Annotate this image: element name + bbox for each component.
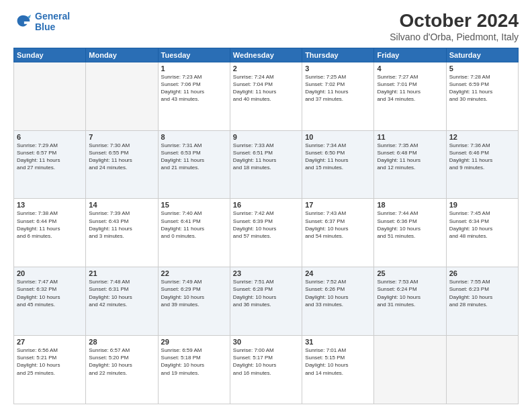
day-info: Sunrise: 7:31 AM Sunset: 6:53 PM Dayligh… (161, 142, 227, 172)
day-cell: 22Sunrise: 7:49 AM Sunset: 6:29 PM Dayli… (158, 267, 230, 336)
day-cell: 26Sunrise: 7:55 AM Sunset: 6:23 PM Dayli… (446, 267, 518, 336)
day-cell: 28Sunrise: 6:57 AM Sunset: 5:20 PM Dayli… (86, 336, 158, 404)
header: General Blue October 2024 Silvano d'Orba… (13, 11, 519, 42)
day-info: Sunrise: 7:38 AM Sunset: 6:44 PM Dayligh… (17, 210, 83, 240)
day-info: Sunrise: 7:43 AM Sunset: 6:37 PM Dayligh… (305, 210, 371, 240)
day-info: Sunrise: 7:25 AM Sunset: 7:02 PM Dayligh… (305, 73, 371, 103)
day-info: Sunrise: 7:45 AM Sunset: 6:34 PM Dayligh… (449, 210, 515, 240)
day-info: Sunrise: 7:44 AM Sunset: 6:36 PM Dayligh… (377, 210, 443, 240)
day-info: Sunrise: 7:27 AM Sunset: 7:01 PM Dayligh… (377, 73, 443, 103)
day-info: Sunrise: 7:47 AM Sunset: 6:32 PM Dayligh… (17, 278, 83, 308)
day-number: 24 (305, 269, 371, 277)
day-info: Sunrise: 7:42 AM Sunset: 6:39 PM Dayligh… (233, 210, 299, 240)
day-cell: 1Sunrise: 7:23 AM Sunset: 7:06 PM Daylig… (158, 62, 230, 130)
logo-text: General Blue (35, 11, 70, 32)
day-cell (446, 336, 518, 404)
day-number: 10 (305, 133, 371, 141)
day-cell: 11Sunrise: 7:35 AM Sunset: 6:48 PM Dayli… (374, 130, 446, 199)
day-info: Sunrise: 7:01 AM Sunset: 5:15 PM Dayligh… (305, 347, 371, 377)
day-cell: 8Sunrise: 7:31 AM Sunset: 6:53 PM Daylig… (158, 130, 230, 199)
day-cell: 17Sunrise: 7:43 AM Sunset: 6:37 PM Dayli… (302, 199, 374, 267)
day-info: Sunrise: 6:59 AM Sunset: 5:18 PM Dayligh… (161, 347, 227, 377)
day-number: 1 (161, 64, 227, 73)
day-info: Sunrise: 7:53 AM Sunset: 6:24 PM Dayligh… (377, 278, 443, 308)
day-number: 3 (305, 64, 371, 73)
day-info: Sunrise: 7:48 AM Sunset: 6:31 PM Dayligh… (89, 278, 154, 308)
day-info: Sunrise: 6:56 AM Sunset: 5:21 PM Dayligh… (17, 347, 83, 377)
week-row-2: 6Sunrise: 7:29 AM Sunset: 6:57 PM Daylig… (14, 130, 519, 199)
day-info: Sunrise: 7:39 AM Sunset: 6:43 PM Dayligh… (89, 210, 154, 240)
day-cell: 5Sunrise: 7:28 AM Sunset: 6:59 PM Daylig… (446, 62, 518, 130)
day-number: 4 (377, 64, 443, 73)
day-info: Sunrise: 7:55 AM Sunset: 6:23 PM Dayligh… (449, 278, 515, 308)
main-title: October 2024 (390, 11, 519, 32)
day-cell: 16Sunrise: 7:42 AM Sunset: 6:39 PM Dayli… (230, 199, 302, 267)
day-cell: 12Sunrise: 7:36 AM Sunset: 6:46 PM Dayli… (446, 130, 518, 199)
day-number: 15 (161, 201, 227, 209)
col-sunday: Sunday (14, 48, 86, 62)
day-number: 17 (305, 201, 371, 209)
week-row-1: 1Sunrise: 7:23 AM Sunset: 7:06 PM Daylig… (14, 62, 519, 130)
day-cell: 30Sunrise: 7:00 AM Sunset: 5:17 PM Dayli… (230, 336, 302, 404)
day-number: 11 (377, 133, 443, 141)
logo-general: General (35, 11, 70, 21)
day-number: 23 (233, 269, 299, 277)
day-number: 31 (305, 338, 371, 346)
day-number: 21 (89, 269, 154, 277)
day-info: Sunrise: 7:35 AM Sunset: 6:48 PM Dayligh… (377, 142, 443, 172)
day-cell: 18Sunrise: 7:44 AM Sunset: 6:36 PM Dayli… (374, 199, 446, 267)
day-number: 16 (233, 201, 299, 209)
day-cell: 27Sunrise: 6:56 AM Sunset: 5:21 PM Dayli… (14, 336, 86, 404)
day-cell: 25Sunrise: 7:53 AM Sunset: 6:24 PM Dayli… (374, 267, 446, 336)
day-number: 20 (17, 269, 83, 277)
day-number: 6 (17, 133, 83, 141)
day-cell (86, 62, 158, 130)
day-cell: 10Sunrise: 7:34 AM Sunset: 6:50 PM Dayli… (302, 130, 374, 199)
day-number: 18 (377, 201, 443, 209)
day-info: Sunrise: 7:36 AM Sunset: 6:46 PM Dayligh… (449, 142, 515, 172)
col-saturday: Saturday (446, 48, 518, 62)
day-number: 29 (161, 338, 227, 346)
day-cell: 6Sunrise: 7:29 AM Sunset: 6:57 PM Daylig… (14, 130, 86, 199)
day-number: 13 (17, 201, 83, 209)
day-number: 8 (161, 133, 227, 141)
week-row-3: 13Sunrise: 7:38 AM Sunset: 6:44 PM Dayli… (14, 199, 519, 267)
day-number: 5 (449, 64, 515, 73)
day-number: 27 (17, 338, 83, 346)
day-info: Sunrise: 7:52 AM Sunset: 6:26 PM Dayligh… (305, 278, 371, 308)
day-cell (14, 62, 86, 130)
day-cell: 20Sunrise: 7:47 AM Sunset: 6:32 PM Dayli… (14, 267, 86, 336)
day-number: 30 (233, 338, 299, 346)
week-row-4: 20Sunrise: 7:47 AM Sunset: 6:32 PM Dayli… (14, 267, 519, 336)
day-number: 7 (89, 133, 154, 141)
day-number: 14 (89, 201, 154, 209)
day-cell: 24Sunrise: 7:52 AM Sunset: 6:26 PM Dayli… (302, 267, 374, 336)
col-friday: Friday (374, 48, 446, 62)
day-info: Sunrise: 7:30 AM Sunset: 6:55 PM Dayligh… (89, 142, 154, 172)
day-number: 26 (449, 269, 515, 277)
col-wednesday: Wednesday (230, 48, 302, 62)
day-number: 19 (449, 201, 515, 209)
logo-icon (13, 12, 32, 31)
page: General Blue October 2024 Silvano d'Orba… (0, 0, 532, 411)
logo: General Blue (13, 11, 70, 32)
day-info: Sunrise: 7:24 AM Sunset: 7:04 PM Dayligh… (233, 73, 299, 103)
day-number: 25 (377, 269, 443, 277)
day-number: 12 (449, 133, 515, 141)
subtitle: Silvano d'Orba, Piedmont, Italy (390, 32, 519, 42)
day-cell: 21Sunrise: 7:48 AM Sunset: 6:31 PM Dayli… (86, 267, 158, 336)
header-row: Sunday Monday Tuesday Wednesday Thursday… (14, 48, 519, 62)
col-tuesday: Tuesday (158, 48, 230, 62)
day-cell: 13Sunrise: 7:38 AM Sunset: 6:44 PM Dayli… (14, 199, 86, 267)
day-number: 28 (89, 338, 154, 346)
logo-blue: Blue (35, 21, 70, 32)
day-cell (374, 336, 446, 404)
day-info: Sunrise: 7:29 AM Sunset: 6:57 PM Dayligh… (17, 142, 83, 172)
day-number: 2 (233, 64, 299, 73)
day-info: Sunrise: 7:49 AM Sunset: 6:29 PM Dayligh… (161, 278, 227, 308)
day-info: Sunrise: 7:00 AM Sunset: 5:17 PM Dayligh… (233, 347, 299, 377)
day-cell: 31Sunrise: 7:01 AM Sunset: 5:15 PM Dayli… (302, 336, 374, 404)
calendar-table: Sunday Monday Tuesday Wednesday Thursday… (13, 48, 519, 404)
week-row-5: 27Sunrise: 6:56 AM Sunset: 5:21 PM Dayli… (14, 336, 519, 404)
day-info: Sunrise: 7:40 AM Sunset: 6:41 PM Dayligh… (161, 210, 227, 240)
